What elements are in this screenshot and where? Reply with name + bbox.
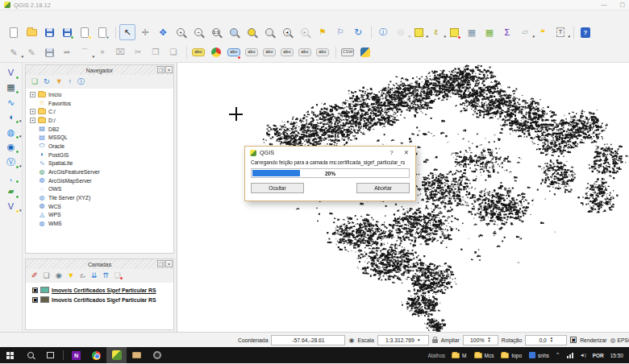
new-composer-button[interactable] bbox=[77, 24, 93, 40]
filter-expression-button[interactable]: ε▾ bbox=[80, 272, 85, 279]
browser-item-wms[interactable]: ◍WMS bbox=[26, 219, 173, 228]
search-button[interactable] bbox=[20, 347, 40, 363]
rotation-spinbox[interactable]: 0,0▲▼ bbox=[525, 335, 567, 345]
label-tool-button[interactable]: abc bbox=[190, 44, 206, 60]
tray-expand-icon[interactable]: ⌃ bbox=[556, 352, 560, 358]
zoom-to-layer-button[interactable] bbox=[261, 24, 277, 40]
add-group-button[interactable]: ❏ bbox=[44, 272, 50, 279]
attribute-table-button[interactable]: ▦ bbox=[464, 24, 480, 40]
show-bookmarks-button[interactable]: ⚐ bbox=[332, 24, 348, 40]
shortcut-mcs[interactable]: Mcs bbox=[474, 353, 494, 358]
chrome-app-button[interactable] bbox=[86, 347, 106, 363]
zoom-native-button[interactable]: 1:1 bbox=[208, 24, 224, 40]
collapse-all-button[interactable]: ⇈ bbox=[102, 272, 109, 279]
python-console-button[interactable] bbox=[357, 44, 373, 60]
browser-add-layer-button[interactable]: ❏ bbox=[31, 78, 38, 85]
highlight-pinned-labels-button[interactable]: abc bbox=[226, 44, 242, 60]
move-feature-button[interactable]: ⌒▾ bbox=[77, 44, 93, 60]
manage-visibility-button[interactable]: ◉ bbox=[56, 272, 62, 279]
layer-labeling-button[interactable] bbox=[208, 44, 224, 60]
paste-features-button[interactable]: ❏ bbox=[165, 44, 181, 60]
run-feature-action-button[interactable]: ◎▾ bbox=[393, 24, 409, 40]
add-feature-button[interactable]: ➦ bbox=[59, 44, 75, 60]
add-virtual-layer-button[interactable]: ▰ bbox=[2, 184, 20, 200]
filter-legend-button[interactable]: ▼ bbox=[67, 272, 74, 279]
current-edits-button[interactable]: ✎▾ bbox=[6, 44, 22, 60]
scale-combo[interactable]: 1:3.312.769▼ bbox=[377, 335, 429, 345]
new-bookmark-button[interactable]: ⚑ bbox=[314, 24, 331, 40]
composer-manager-button[interactable] bbox=[94, 24, 110, 40]
add-wcs-layer-button[interactable]: ◉ bbox=[2, 140, 20, 155]
dialog-close-button[interactable]: ✕ bbox=[404, 149, 409, 156]
zoom-next-button[interactable]: ▸ bbox=[297, 24, 313, 40]
new-project-button[interactable] bbox=[6, 24, 22, 40]
copy-features-button[interactable]: ❐ bbox=[148, 44, 164, 60]
toggle-editing-button[interactable]: ✎ bbox=[23, 44, 40, 60]
browser-item-favoritos[interactable]: ☆Favoritos bbox=[26, 99, 173, 108]
add-spatialite-layer-button[interactable]: ∿ bbox=[2, 95, 20, 110]
zoom-out-button[interactable]: − bbox=[190, 24, 206, 40]
browser-item-in-cio[interactable]: +Início bbox=[26, 90, 173, 99]
coordinate-input[interactable]: -57.64,-28.61 bbox=[271, 335, 345, 345]
browser-item-db2[interactable]: ▤DB2 bbox=[26, 125, 173, 134]
change-label-button[interactable]: abc bbox=[314, 44, 331, 60]
layers-close-button[interactable]: ✕ bbox=[165, 260, 173, 267]
save-layer-edits-button[interactable] bbox=[41, 44, 57, 60]
browser-item-mssql[interactable]: ▤MSSQL bbox=[26, 133, 173, 142]
abort-button[interactable]: Abortar bbox=[356, 183, 410, 193]
browser-refresh-button[interactable]: ↻ bbox=[44, 78, 50, 85]
layer-row-2[interactable]: ✖Imoveis Certificados Sigef Particular R… bbox=[26, 295, 173, 304]
shortcut-snhs[interactable]: snhs bbox=[529, 352, 549, 358]
onenote-app-button[interactable]: N bbox=[66, 347, 86, 363]
expander-icon[interactable]: + bbox=[30, 118, 35, 123]
zoom-full-button[interactable] bbox=[226, 24, 242, 40]
metasearch-button[interactable]: CSW bbox=[339, 44, 356, 60]
add-vector-layer-button[interactable]: V bbox=[2, 65, 20, 81]
select-by-expression-button[interactable]: ε▾ bbox=[428, 24, 444, 40]
task-view-button[interactable] bbox=[40, 347, 60, 363]
language-indicator[interactable]: POR bbox=[593, 353, 604, 358]
browser-item-arcgismapserver[interactable]: ◍ArcGisMapServer bbox=[26, 176, 173, 185]
network-icon[interactable] bbox=[567, 353, 573, 358]
expander-icon[interactable]: + bbox=[30, 92, 35, 97]
add-raster-layer-button[interactable]: ▦ bbox=[2, 81, 20, 96]
browser-item-wps[interactable]: ◬WPS bbox=[26, 211, 173, 220]
zoom-to-selection-button[interactable] bbox=[244, 24, 260, 40]
map-tips-button[interactable]: ❝ bbox=[535, 24, 551, 40]
rotate-label-button[interactable]: abc bbox=[297, 44, 313, 60]
clock[interactable]: 15:50 bbox=[610, 353, 623, 358]
browser-filter-button[interactable]: ▼ bbox=[56, 78, 63, 85]
save-project-as-button[interactable] bbox=[59, 24, 75, 40]
maximize-button[interactable]: ▢ bbox=[619, 2, 625, 8]
crs-icon[interactable]: ◍ bbox=[610, 337, 615, 344]
camera-app-button[interactable] bbox=[147, 347, 167, 363]
open-project-button[interactable] bbox=[23, 24, 40, 40]
render-checkbox[interactable]: ✖ bbox=[570, 337, 577, 343]
shortcut-m[interactable]: M bbox=[452, 353, 466, 358]
scale-lock-icon[interactable] bbox=[432, 339, 438, 343]
browser-item-oracle[interactable]: ⬭Oracle bbox=[26, 142, 173, 151]
magnifier-spinbox[interactable]: 100%▲▼ bbox=[463, 335, 498, 345]
layer-visibility-checkbox[interactable]: ✖ bbox=[32, 297, 38, 303]
node-tool-button[interactable]: ⌖ bbox=[94, 44, 110, 60]
browser-item-ows[interactable]: ◌OWS bbox=[26, 185, 173, 194]
remove-layer-button[interactable]: ❏ bbox=[115, 272, 121, 279]
cut-features-button[interactable]: ✂ bbox=[130, 44, 146, 60]
identify-features-button[interactable]: ⓘ bbox=[375, 24, 391, 40]
pan-map-button[interactable]: ✛ bbox=[137, 24, 153, 40]
browser-item-spatialite[interactable]: ∿SpatiaLite bbox=[26, 159, 173, 168]
layers-float-button[interactable]: ❐ bbox=[157, 260, 165, 267]
zoom-in-button[interactable]: + bbox=[173, 24, 189, 40]
pin-labels-button[interactable]: abc bbox=[244, 44, 260, 60]
statistics-button[interactable]: Σ bbox=[499, 24, 515, 40]
browser-collapse-button[interactable]: ↑ bbox=[69, 78, 73, 85]
mouse-position-toggle-icon[interactable]: ◉ bbox=[348, 337, 354, 344]
volume-icon[interactable]: ◄) bbox=[580, 353, 586, 358]
pan-to-selection-button[interactable]: ✥ bbox=[155, 24, 171, 40]
layer-styling-button[interactable]: ✐ bbox=[31, 272, 38, 279]
add-wfs-layer-button[interactable]: Ⓥ▾ bbox=[2, 155, 20, 170]
add-wms-layer-button[interactable]: ◍▾ bbox=[2, 125, 20, 140]
browser-float-button[interactable]: ❐ bbox=[157, 66, 165, 73]
field-calculator-button[interactable]: ▦ bbox=[481, 24, 498, 40]
map-pan-tool-button[interactable]: ↖ bbox=[119, 24, 135, 40]
